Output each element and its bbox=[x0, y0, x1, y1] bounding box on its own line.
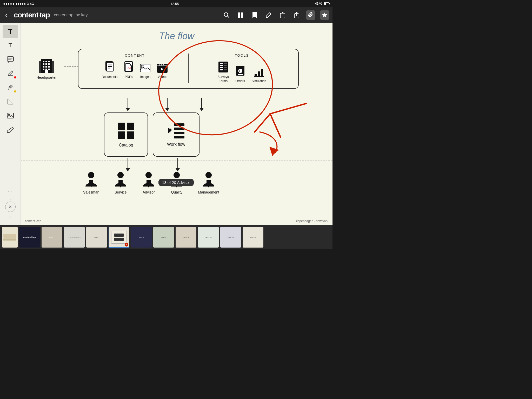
shape-tool[interactable] bbox=[3, 95, 18, 108]
slide-canvas: The flow bbox=[21, 23, 332, 225]
catalog-box: Catalog bbox=[104, 112, 148, 157]
management-label: Management bbox=[198, 190, 219, 194]
simulation-icon bbox=[254, 67, 264, 77]
app-name-part1: content bbox=[14, 11, 38, 19]
edit-button[interactable] bbox=[264, 10, 273, 20]
simulation-item: Simulation bbox=[252, 67, 266, 83]
svg-rect-4 bbox=[238, 15, 240, 18]
filmstrip-thumb-4[interactable]: An iPad solution... bbox=[64, 227, 85, 248]
filmstrip-thumb-8[interactable]: slide 8 bbox=[153, 227, 174, 248]
pdfs-item: PDF PDFs bbox=[124, 61, 134, 79]
filmstrip-thumb-7[interactable]: slide 7 bbox=[131, 227, 152, 248]
hq-connector bbox=[64, 66, 78, 67]
svg-rect-32 bbox=[45, 63, 47, 65]
time-display: 12.55 bbox=[170, 2, 179, 6]
svg-rect-40 bbox=[45, 70, 48, 73]
svg-rect-33 bbox=[48, 63, 50, 65]
svg-rect-3 bbox=[241, 12, 243, 15]
filmstrip-thumb-5[interactable]: slide 5 bbox=[86, 227, 107, 248]
grid-button[interactable] bbox=[236, 10, 245, 20]
simulation-label: Simulation bbox=[252, 79, 266, 83]
image-tool[interactable] bbox=[3, 109, 18, 122]
svg-point-77 bbox=[238, 69, 242, 73]
footer-bar: content ·tap copenhagen · new york bbox=[21, 217, 332, 225]
signal-icon: ●●●●● bbox=[3, 2, 15, 6]
bookmark-button[interactable] bbox=[250, 10, 259, 20]
search-button[interactable] bbox=[222, 10, 231, 20]
content-icons-row: Documents PDF PDFs bbox=[102, 61, 168, 79]
close-button[interactable]: ✕ bbox=[5, 202, 16, 212]
svg-line-113 bbox=[270, 114, 281, 137]
documents-icon bbox=[105, 61, 115, 73]
svg-rect-81 bbox=[258, 71, 260, 77]
svg-rect-85 bbox=[118, 123, 125, 130]
star-button[interactable] bbox=[320, 10, 329, 20]
pen-yellow-tool[interactable] bbox=[3, 81, 18, 94]
svg-rect-35 bbox=[45, 66, 47, 68]
svg-point-98 bbox=[117, 172, 124, 178]
advisor-item: Advisor bbox=[142, 171, 155, 194]
more-tool[interactable]: ··· bbox=[3, 184, 18, 197]
people-row: Salesman Service A bbox=[83, 171, 219, 194]
yellow-dot bbox=[14, 90, 16, 92]
surveys-icon bbox=[218, 61, 228, 73]
eraser-tool[interactable] bbox=[3, 123, 18, 136]
content-tools-box: CONTENT bbox=[78, 49, 299, 89]
svg-rect-26 bbox=[39, 61, 41, 73]
svg-rect-30 bbox=[48, 61, 50, 62]
network-label: ●●●●● 3 bbox=[16, 2, 29, 6]
section-divider bbox=[188, 54, 189, 83]
service-icon bbox=[114, 171, 127, 188]
pdfs-icon: PDF bbox=[124, 61, 134, 73]
filmstrip-thumb-9[interactable]: slide 9 bbox=[176, 227, 196, 248]
surveys-item: SurveysForms bbox=[217, 61, 229, 83]
footer-left: content ·tap bbox=[25, 219, 41, 223]
share-button[interactable] bbox=[292, 10, 301, 20]
svg-rect-82 bbox=[261, 69, 263, 77]
documents-item: Documents bbox=[102, 61, 118, 79]
pen-red-tool[interactable] bbox=[3, 67, 18, 80]
text-regular-tool[interactable]: T bbox=[3, 39, 18, 52]
nav-icons bbox=[222, 10, 329, 20]
service-label: Service bbox=[115, 190, 127, 194]
videos-label: Videos bbox=[158, 75, 167, 79]
catalog-icon bbox=[117, 122, 135, 140]
comment-tool[interactable] bbox=[3, 53, 18, 66]
filmstrip-thumb-2[interactable]: content·tap bbox=[19, 227, 40, 248]
filmstrip-thumb-11[interactable]: slide 11 bbox=[220, 227, 241, 248]
surveys-label: SurveysForms bbox=[217, 75, 229, 83]
hq-icon bbox=[39, 57, 54, 73]
salesman-label: Salesman bbox=[83, 190, 99, 194]
svg-rect-92 bbox=[174, 136, 184, 138]
images-item: Images bbox=[140, 64, 151, 79]
left-toolbar: T T bbox=[0, 23, 21, 225]
filmstrip-thumb-1[interactable] bbox=[2, 227, 18, 248]
attach-button[interactable] bbox=[306, 10, 315, 20]
svg-rect-91 bbox=[174, 132, 184, 134]
svg-rect-8 bbox=[282, 12, 283, 13]
hamburger-menu[interactable]: ≡ bbox=[9, 214, 12, 220]
svg-point-101 bbox=[145, 172, 152, 178]
svg-rect-73 bbox=[224, 65, 227, 66]
svg-rect-88 bbox=[127, 131, 134, 139]
svg-point-95 bbox=[88, 172, 94, 178]
svg-rect-71 bbox=[220, 69, 223, 70]
filmstrip-thumb-10[interactable]: slide 10 bbox=[198, 227, 219, 248]
filmstrip-thumb-12[interactable]: slide 12 bbox=[243, 227, 263, 248]
management-item: Management bbox=[198, 171, 219, 194]
svg-rect-116 bbox=[114, 238, 119, 241]
content-section-title: CONTENT bbox=[125, 54, 145, 57]
filmstrip-thumb-3[interactable]: what... bbox=[42, 227, 62, 248]
filmstrip-thumb-6-active[interactable]: ✕ bbox=[109, 227, 129, 248]
workflow-icon bbox=[167, 122, 185, 139]
svg-line-112 bbox=[270, 114, 281, 137]
trash-button[interactable] bbox=[278, 10, 287, 20]
back-button[interactable]: ‹ bbox=[3, 10, 10, 20]
main-area: T T bbox=[0, 23, 332, 225]
svg-rect-31 bbox=[43, 63, 44, 65]
text-bold-tool[interactable]: T bbox=[3, 25, 18, 38]
battery-label: 42 % bbox=[315, 2, 322, 5]
svg-line-21 bbox=[8, 99, 13, 104]
svg-line-114 bbox=[270, 103, 307, 114]
tools-icons-row: SurveysForms i Orders bbox=[217, 61, 266, 83]
